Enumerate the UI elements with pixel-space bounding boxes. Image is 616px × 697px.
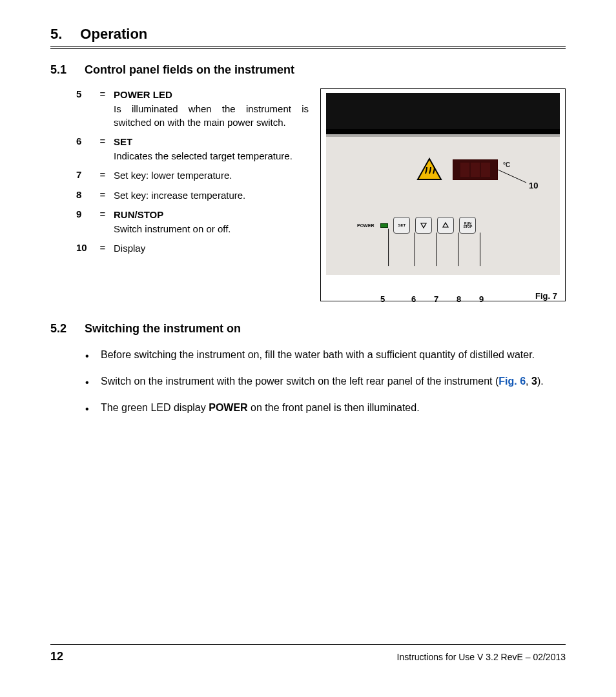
- subsection-title: Switching the instrument on: [85, 322, 241, 336]
- run-stop-button: RUN STOP: [459, 217, 476, 234]
- definition-row: 6 = SET Indicates the selected target te…: [76, 136, 309, 163]
- definition-row: 9 = RUN/STOP Switch instrument on or off…: [76, 208, 309, 236]
- definition-row: 8 = Set key: increase temperature.: [76, 189, 309, 202]
- definition-desc: Indicates the selected target temperatur…: [114, 150, 309, 163]
- bullet-icon: •: [85, 401, 90, 416]
- section-title: Operation: [80, 26, 147, 43]
- instrument-photo: °C POWER SET RUN STOP: [326, 93, 560, 275]
- definition-row: 7 = Set key: lower temperature.: [76, 169, 309, 182]
- footer-text: Instructions for Use V 3.2 RevE – 02/201…: [397, 652, 566, 662]
- list-item: • Before switching the instrument on, fi…: [85, 347, 559, 363]
- definition-term: POWER LED: [114, 88, 309, 101]
- definition-row: 10 = Display: [76, 242, 309, 255]
- page-number: 12: [50, 650, 63, 663]
- set-button: SET: [393, 217, 410, 234]
- definitions-list: 5 = POWER LED Is illuminated when the in…: [76, 88, 309, 301]
- definition-row: 5 = POWER LED Is illuminated when the in…: [76, 88, 309, 129]
- svg-marker-1: [421, 223, 426, 228]
- figure-6-link[interactable]: Fig. 6: [498, 376, 526, 387]
- bullet-text: Switch on the instrument with the power …: [101, 374, 559, 390]
- svg-marker-2: [443, 223, 448, 227]
- bullet-icon: •: [85, 348, 90, 363]
- power-label: POWER: [357, 223, 374, 228]
- power-led-icon: [380, 223, 388, 228]
- list-item: • Switch on the instrument with the powe…: [85, 374, 559, 390]
- page-footer: 12 Instructions for Use V 3.2 RevE – 02/…: [50, 644, 566, 663]
- down-button: [415, 217, 432, 234]
- bullet-list: • Before switching the instrument on, fi…: [85, 347, 559, 417]
- warning-icon: [416, 157, 442, 183]
- definition-desc: Is illuminated when the instrument is sw…: [114, 103, 309, 129]
- subsection-title: Control panel fields on the instrument: [85, 63, 294, 77]
- section-header: 5. Operation: [50, 26, 566, 49]
- svg-marker-0: [418, 159, 441, 179]
- figure-7: °C POWER SET RUN STOP: [320, 88, 566, 301]
- up-button: [437, 217, 454, 234]
- definition-term: SET: [114, 136, 309, 148]
- definition-desc: Set key: increase temperature.: [114, 190, 245, 201]
- definition-desc: Switch instrument on or off.: [114, 223, 309, 236]
- bullet-text: Before switching the instrument on, fill…: [101, 347, 559, 363]
- control-panel-row: POWER SET RUN STOP: [357, 217, 476, 234]
- definition-desc: Display: [114, 243, 145, 254]
- subsection-number: 5.2: [50, 322, 67, 336]
- definition-term: RUN/STOP: [114, 208, 309, 221]
- celsius-label: °C: [503, 161, 510, 168]
- svg-line-8: [498, 170, 526, 183]
- bullet-icon: •: [85, 375, 90, 390]
- section-number: 5.: [50, 26, 62, 43]
- bullet-text: The green LED display POWER on the front…: [101, 400, 559, 416]
- subsection-number: 5.1: [50, 63, 67, 77]
- temperature-display: [453, 159, 498, 180]
- definition-desc: Set key: lower temperature.: [114, 170, 232, 181]
- list-item: • The green LED display POWER on the fro…: [85, 400, 559, 416]
- subsection-5-2: 5.2 Switching the instrument on: [50, 322, 566, 336]
- subsection-5-1: 5.1 Control panel fields on the instrume…: [50, 63, 566, 77]
- figure-caption: Fig. 7: [535, 291, 557, 301]
